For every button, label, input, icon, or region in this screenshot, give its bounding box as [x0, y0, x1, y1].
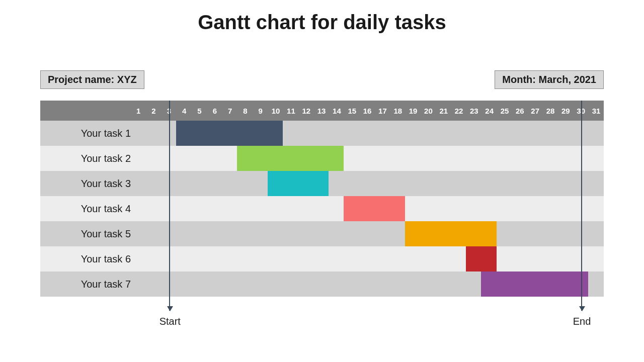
day-header-cell: 22 [451, 107, 466, 115]
day-header-cell: 27 [528, 107, 543, 115]
day-header-cell: 5 [192, 107, 207, 115]
day-header-cell: 19 [406, 107, 421, 115]
day-header-cell: 21 [436, 107, 451, 115]
day-header-cell: 2 [146, 107, 161, 115]
task-label: Your task 1 [40, 121, 138, 146]
start-marker-label: Start [159, 316, 181, 327]
task-track [138, 246, 611, 272]
day-header-cell: 9 [253, 107, 268, 115]
gantt-row: Your task 5 [40, 221, 604, 246]
end-marker-label: End [573, 316, 591, 327]
day-header-cell: 20 [421, 107, 436, 115]
day-header-cell: 7 [222, 107, 237, 115]
day-header-cell: 1 [131, 107, 146, 115]
task-label: Your task 6 [40, 246, 138, 272]
task-track [138, 121, 611, 146]
day-header-cell: 14 [329, 107, 344, 115]
page-title: Gantt chart for daily tasks [0, 11, 644, 34]
project-name-box: Project name: XYZ [40, 70, 144, 89]
day-header-cell: 16 [360, 107, 375, 115]
gantt-row: Your task 7 [40, 272, 604, 297]
day-header-cell: 11 [283, 107, 298, 115]
task-bar [405, 221, 497, 246]
gantt-row: Your task 3 [40, 171, 604, 196]
gantt-day-scale: 1234567891011121314151617181920212223242… [131, 101, 604, 121]
start-marker-line: Start [169, 101, 170, 311]
day-header-cell: 24 [482, 107, 497, 115]
end-marker-line: End [581, 101, 582, 311]
gantt-rows: Your task 1Your task 2Your task 3Your ta… [40, 121, 604, 297]
gantt-header-spacer [40, 101, 131, 121]
gantt-row: Your task 1 [40, 121, 604, 146]
day-header-cell: 18 [390, 107, 406, 115]
day-header-cell: 25 [497, 107, 512, 115]
day-header-cell: 10 [268, 107, 283, 115]
day-header-cell: 8 [237, 107, 253, 115]
task-bar [268, 171, 329, 196]
day-header-cell: 31 [589, 107, 604, 115]
task-track [138, 196, 611, 221]
day-header-cell: 26 [512, 107, 527, 115]
task-bar [344, 196, 405, 221]
day-header-cell: 28 [543, 107, 558, 115]
arrow-down-icon [167, 306, 173, 311]
day-header-cell: 29 [558, 107, 573, 115]
task-label: Your task 3 [40, 171, 138, 196]
task-bar [237, 146, 344, 171]
gantt-chart: 1234567891011121314151617181920212223242… [40, 101, 604, 297]
arrow-down-icon [579, 306, 585, 311]
day-header-cell: 4 [177, 107, 192, 115]
day-header-cell: 13 [314, 107, 329, 115]
gantt-row: Your task 2 [40, 146, 604, 171]
task-track [138, 221, 611, 246]
task-label: Your task 7 [40, 272, 138, 297]
task-label: Your task 5 [40, 221, 138, 246]
day-header-cell: 12 [299, 107, 314, 115]
gantt-header-row: 1234567891011121314151617181920212223242… [40, 101, 604, 121]
task-bar [481, 272, 588, 297]
month-box: Month: March, 2021 [495, 70, 604, 89]
task-track [138, 146, 611, 171]
task-label: Your task 2 [40, 146, 138, 171]
day-header-cell: 23 [466, 107, 481, 115]
task-bar [176, 121, 283, 146]
task-track [138, 171, 611, 196]
task-track [138, 272, 611, 297]
gantt-row: Your task 4 [40, 196, 604, 221]
gantt-row: Your task 6 [40, 246, 604, 272]
task-label: Your task 4 [40, 196, 138, 221]
day-header-cell: 15 [345, 107, 360, 115]
day-header-cell: 17 [375, 107, 390, 115]
day-header-cell: 6 [207, 107, 222, 115]
task-bar [466, 246, 497, 272]
